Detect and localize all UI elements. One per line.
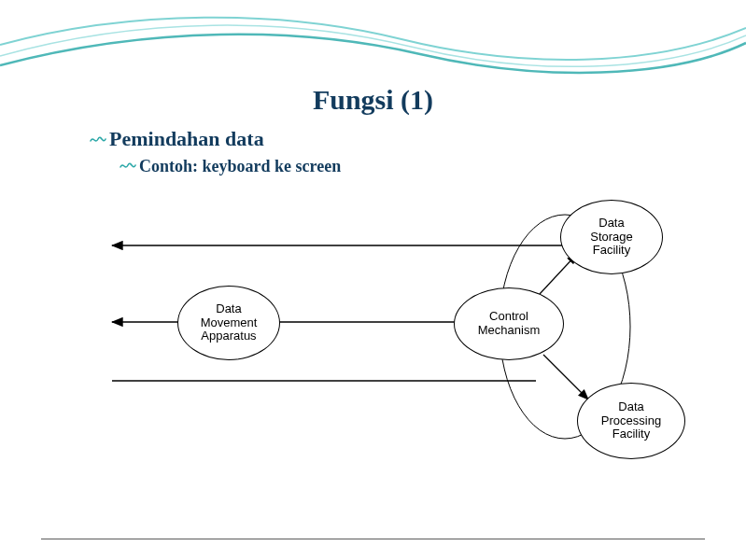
- node-movement-label: DataMovementApparatus: [201, 302, 258, 344]
- bullet-wing-icon: [120, 159, 136, 175]
- slide: Fungsi (1) Pemindahan data Contoh: keybo…: [0, 0, 746, 560]
- node-control-label: ControlMechanism: [478, 310, 540, 338]
- node-control: ControlMechanism: [454, 287, 564, 360]
- page-title: Fungsi (1): [0, 84, 746, 116]
- node-storage-label: DataStorageFacility: [590, 217, 633, 259]
- footer-divider: [41, 539, 705, 539]
- bullet1-text: Pemindahan data: [109, 127, 264, 150]
- node-processing-label: DataProcessingFacility: [601, 400, 661, 442]
- node-movement: DataMovementApparatus: [177, 286, 280, 360]
- bullet-level2: Contoh: keyboard ke screen: [120, 157, 341, 176]
- bullet-wing-icon: [90, 127, 106, 150]
- svg-line-5: [543, 355, 588, 399]
- bullet-level1: Pemindahan data: [90, 127, 264, 151]
- node-storage: DataStorageFacility: [560, 200, 663, 274]
- bullet2-text: Contoh: keyboard ke screen: [139, 157, 341, 175]
- diagram: DataStorageFacility DataMovementApparatu…: [0, 187, 746, 523]
- node-processing: DataProcessingFacility: [577, 383, 685, 459]
